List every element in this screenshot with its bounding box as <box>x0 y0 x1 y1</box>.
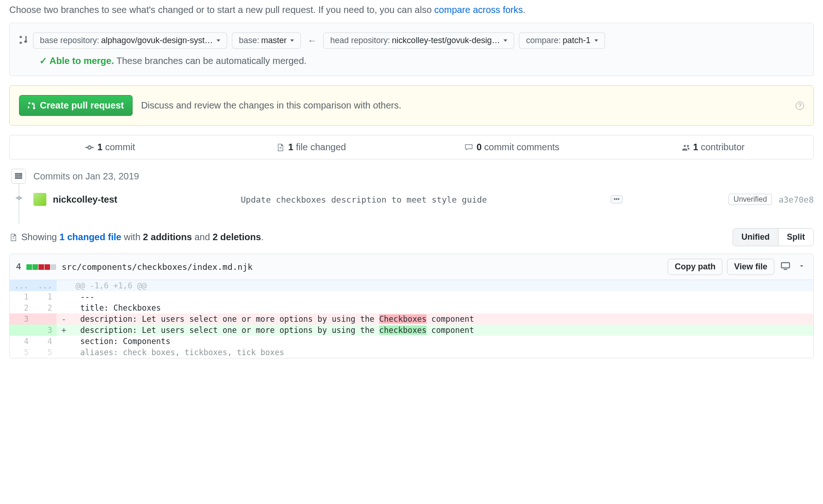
file-diff-icon <box>276 143 285 152</box>
diff-view-toggle: Unified Split <box>733 228 814 246</box>
diff-line: 1 1 --- <box>10 291 813 302</box>
changes-count: 4 <box>16 262 21 272</box>
compare-forks-link[interactable]: compare across forks <box>434 5 523 15</box>
create-pull-request-button[interactable]: Create pull request <box>19 95 133 116</box>
commits-section: Commits on Jan 23, 2019 nickcolley-test … <box>9 169 814 210</box>
commit-dot-icon <box>16 195 22 201</box>
chevron-down-icon <box>594 39 598 42</box>
diffstat-icon <box>26 264 56 270</box>
base-repo-selector[interactable]: base repository: alphagov/govuk-design-s… <box>33 32 227 49</box>
commit-menu-button[interactable]: ••• <box>611 195 623 204</box>
git-compare-icon <box>19 35 28 46</box>
unverified-badge[interactable]: Unverified <box>728 194 772 205</box>
git-pull-request-icon <box>28 102 36 110</box>
base-branch-selector[interactable]: base: master <box>232 32 301 49</box>
copy-path-button[interactable]: Copy path <box>668 259 722 275</box>
svg-point-0 <box>88 146 91 149</box>
commits-date-header: Commits on Jan 23, 2019 <box>33 171 139 182</box>
chevron-down-icon[interactable] <box>797 261 807 273</box>
cta-description: Discuss and review the changes in this c… <box>141 100 787 111</box>
diff-summary: Showing 1 changed file with 2 additions … <box>9 232 263 242</box>
split-view-button[interactable]: Split <box>778 229 813 246</box>
diff-line: 5 5 aliases: check boxes, tickboxes, tic… <box>10 347 813 358</box>
unified-view-button[interactable]: Unified <box>733 229 778 246</box>
stats-bar: 1 commit 1 file changed 0 commit comment… <box>9 135 814 159</box>
svg-point-3 <box>18 197 20 199</box>
file-diff-box: 4 src/components/checkboxes/index.md.njk… <box>9 254 814 358</box>
expand-hunk-button[interactable]: ... <box>10 280 33 291</box>
svg-rect-7 <box>784 269 787 270</box>
compare-branch-selector[interactable]: compare: patch-1 <box>519 32 605 49</box>
diff-table: ... ... @@ -1,6 +1,6 @@ 1 1 --- 2 2 titl… <box>10 280 813 358</box>
chevron-down-icon <box>290 39 294 42</box>
commit-author-link[interactable]: nickcolley-test <box>53 194 117 205</box>
arrow-left-icon: ← <box>306 35 319 46</box>
diff-line: 4 4 section: Components <box>10 336 813 347</box>
stat-comments[interactable]: 0 commit comments <box>412 135 612 159</box>
commit-row: nickcolley-test Update checkboxes descri… <box>9 189 814 210</box>
diff-header: Showing 1 changed file with 2 additions … <box>9 228 814 246</box>
file-path[interactable]: src/components/checkboxes/index.md.njk <box>62 262 662 272</box>
hunk-header-row: ... ... @@ -1,6 +1,6 @@ <box>10 280 813 291</box>
people-icon <box>681 143 689 152</box>
commit-sha-link[interactable]: a3e70e8 <box>778 195 814 204</box>
display-device-icon[interactable] <box>779 260 792 274</box>
diff-line-added: 3 + description: Let users select one or… <box>10 325 813 336</box>
avatar[interactable] <box>33 193 46 206</box>
check-icon: ✓ <box>39 56 50 66</box>
file-header: 4 src/components/checkboxes/index.md.njk… <box>10 254 813 280</box>
create-pr-box: Create pull request Discuss and review t… <box>9 85 814 126</box>
stat-commits[interactable]: 1 commit <box>10 135 211 159</box>
compare-box: base repository: alphagov/govuk-design-s… <box>9 23 814 76</box>
merge-status-line: ✓ Able to merge. These branches can be a… <box>39 55 804 66</box>
file-diff-icon <box>9 233 18 242</box>
diff-line: 2 2 title: Checkboxes <box>10 302 813 313</box>
commit-icon <box>85 143 94 152</box>
stat-contributors[interactable]: 1 contributor <box>612 135 813 159</box>
commit-message[interactable]: Update checkboxes description to meet st… <box>124 195 604 204</box>
changed-files-link[interactable]: 1 changed file <box>59 232 121 242</box>
svg-rect-6 <box>781 263 790 268</box>
intro-text: Choose two branches to see what's change… <box>9 0 814 23</box>
stat-files[interactable]: 1 file changed <box>211 135 411 159</box>
help-icon[interactable]: ? <box>796 102 804 110</box>
head-repo-selector[interactable]: head repository: nickcolley-test/govuk-d… <box>323 32 514 49</box>
commits-group-icon <box>11 169 26 184</box>
comment-icon <box>465 143 473 152</box>
chevron-down-icon <box>504 39 507 42</box>
chevron-down-icon <box>217 39 220 42</box>
diff-line-deleted: 3 - description: Let users select one or… <box>10 313 813 325</box>
view-file-button[interactable]: View file <box>727 259 774 275</box>
